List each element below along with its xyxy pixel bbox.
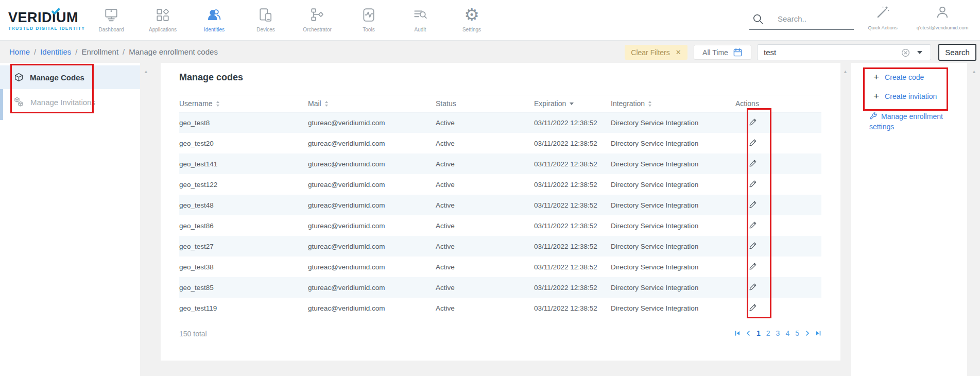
pagination-next-icon[interactable] bbox=[804, 330, 811, 336]
filter-bar: Home/Identities/Enrollment/Manage enroll… bbox=[0, 41, 980, 63]
nav-item-devices[interactable]: Devices bbox=[240, 2, 291, 39]
sidebar-scrollbar: ▲ bbox=[140, 63, 161, 376]
pagination-pages: 12345 bbox=[756, 329, 800, 337]
pagination-page-1[interactable]: 1 bbox=[756, 329, 761, 337]
edit-pencil-icon[interactable] bbox=[749, 139, 757, 147]
right-actions-panel: + Create code + Create invitation Manage… bbox=[851, 63, 967, 376]
pagination-last-icon[interactable] bbox=[815, 330, 821, 336]
sidebar-item-manage-invitations[interactable]: Manage Invitations bbox=[0, 92, 140, 112]
nav-item-applications[interactable]: Applications bbox=[137, 2, 188, 39]
page-scrollbar: ▲ bbox=[967, 63, 980, 376]
audit-icon bbox=[412, 6, 428, 24]
cell-username: geo_test119 bbox=[179, 304, 308, 312]
pagination-first-icon[interactable] bbox=[734, 330, 741, 336]
cell-actions bbox=[735, 221, 821, 231]
clear-filters-button[interactable]: Clear Filters ✕ bbox=[625, 45, 687, 60]
cell-integration: Directory Service Integration bbox=[611, 263, 735, 271]
column-header-status[interactable]: Status bbox=[436, 99, 534, 108]
cell-integration: Directory Service Integration bbox=[611, 243, 735, 250]
edit-pencil-icon[interactable] bbox=[749, 221, 757, 229]
edit-pencil-icon[interactable] bbox=[749, 242, 757, 250]
nav-label: Identities bbox=[204, 27, 225, 32]
table-row: geo_test38gtureac@veridiumid.comActive03… bbox=[179, 257, 821, 277]
top-navigation-bar: VERIDIUM TRUSTED DIGITAL IDENTITY Dashbo… bbox=[0, 0, 980, 41]
cell-status: Active bbox=[436, 304, 534, 312]
column-header-mail[interactable]: Mail bbox=[308, 99, 436, 108]
edit-pencil-icon[interactable] bbox=[749, 118, 757, 126]
cell-status: Active bbox=[436, 243, 534, 250]
edit-pencil-icon[interactable] bbox=[749, 180, 757, 188]
breadcrumb-current: Manage enrollment codes bbox=[129, 47, 218, 56]
scroll-up-arrow-icon[interactable]: ▲ bbox=[144, 69, 148, 74]
cell-expiration: 03/11/2022 12:38:52 bbox=[534, 119, 611, 127]
edit-pencil-icon[interactable] bbox=[749, 303, 757, 312]
magic-wand-icon bbox=[875, 5, 890, 20]
edit-pencil-icon[interactable] bbox=[749, 283, 757, 291]
nav-item-audit[interactable]: Audit bbox=[394, 2, 446, 39]
pagination-prev-icon[interactable] bbox=[745, 330, 751, 336]
table-row: geo_test85gtureac@veridiumid.comActive03… bbox=[179, 277, 821, 298]
clear-input-icon[interactable] bbox=[901, 48, 910, 57]
sidebar-item-manage-codes[interactable]: Manage Codes bbox=[0, 65, 140, 89]
nav-item-tools[interactable]: Tools bbox=[343, 2, 394, 39]
cell-status: Active bbox=[436, 160, 534, 168]
cell-integration: Directory Service Integration bbox=[611, 284, 735, 292]
cell-integration: Directory Service Integration bbox=[611, 140, 735, 147]
pagination-page-2[interactable]: 2 bbox=[766, 329, 771, 337]
pagination-page-4[interactable]: 4 bbox=[785, 329, 790, 337]
chevron-down-icon[interactable] bbox=[917, 51, 922, 54]
table-row: geo_test8gtureac@veridiumid.comActive03/… bbox=[179, 112, 821, 133]
edit-pencil-icon[interactable] bbox=[749, 159, 757, 167]
search-icon bbox=[752, 13, 764, 25]
table-row: geo_test20gtureac@veridiumid.comActive03… bbox=[179, 133, 821, 153]
table-row: geo_test122gtureac@veridiumid.comActive0… bbox=[179, 174, 821, 195]
pagination-page-5[interactable]: 5 bbox=[795, 329, 800, 337]
create-invitation-link[interactable]: + Create invitation bbox=[873, 92, 937, 100]
cube-icon bbox=[14, 73, 24, 82]
column-header-username[interactable]: Username bbox=[179, 99, 308, 108]
nav-label: Tools bbox=[363, 27, 374, 32]
breadcrumb: Home/Identities/Enrollment/Manage enroll… bbox=[9, 47, 218, 56]
edit-pencil-icon[interactable] bbox=[749, 200, 757, 209]
table-body: geo_test8gtureac@veridiumid.comActive03/… bbox=[179, 112, 821, 318]
pagination-page-3[interactable]: 3 bbox=[776, 329, 781, 337]
identities-icon bbox=[207, 6, 222, 24]
quick-actions-button[interactable]: Quick Actions bbox=[866, 5, 899, 30]
nav-item-dashboard[interactable]: Dashboard bbox=[85, 2, 137, 39]
search-placeholder: Search.. bbox=[778, 14, 806, 23]
logo-tagline: TRUSTED DIGITAL IDENTITY bbox=[8, 26, 85, 31]
breadcrumb-separator: / bbox=[75, 47, 77, 56]
cell-mail: gtureac@veridiumid.com bbox=[308, 160, 436, 168]
scroll-up-arrow-icon[interactable]: ▲ bbox=[972, 69, 976, 74]
wrench-icon bbox=[869, 112, 878, 120]
breadcrumb-separator: / bbox=[34, 47, 36, 56]
column-header-expiration[interactable]: Expiration bbox=[534, 99, 611, 108]
veridium-logo[interactable]: VERIDIUM TRUSTED DIGITAL IDENTITY bbox=[8, 10, 85, 31]
nav-item-orchestrator[interactable]: Orchestrator bbox=[291, 2, 343, 39]
cell-mail: gtureac@veridiumid.com bbox=[308, 140, 436, 147]
cell-mail: gtureac@veridiumid.com bbox=[308, 119, 436, 127]
cell-mail: gtureac@veridiumid.com bbox=[308, 181, 436, 189]
cell-username: geo_test20 bbox=[179, 140, 308, 147]
manage-enrollment-settings-link[interactable]: Manage enrollment settings bbox=[869, 111, 958, 132]
cell-integration: Directory Service Integration bbox=[611, 119, 735, 127]
breadcrumb-home[interactable]: Home bbox=[9, 47, 30, 56]
orchestrator-icon bbox=[310, 6, 325, 24]
scroll-up-arrow-icon[interactable]: ▲ bbox=[843, 69, 848, 74]
global-search[interactable]: Search.. bbox=[749, 10, 854, 30]
cell-actions bbox=[735, 303, 821, 313]
user-menu[interactable]: q'ctest@veridiumid.com bbox=[907, 5, 977, 30]
time-filter-button[interactable]: All Time bbox=[694, 45, 751, 60]
search-button[interactable]: Search bbox=[938, 44, 976, 61]
column-header-integration[interactable]: Integration bbox=[611, 99, 735, 108]
sort-desc-icon bbox=[570, 102, 574, 105]
create-code-link[interactable]: + Create code bbox=[873, 73, 924, 81]
breadcrumb-identities[interactable]: Identities bbox=[40, 47, 71, 56]
nav-item-settings[interactable]: ⚙ Settings bbox=[446, 2, 497, 39]
quick-actions-label: Quick Actions bbox=[866, 25, 899, 30]
cell-status: Active bbox=[436, 284, 534, 292]
edit-pencil-icon[interactable] bbox=[749, 262, 757, 270]
nav-item-identities[interactable]: Identities bbox=[188, 2, 240, 39]
card-scrollbar: ▲ bbox=[840, 63, 851, 376]
filter-search-input[interactable] bbox=[764, 45, 887, 59]
